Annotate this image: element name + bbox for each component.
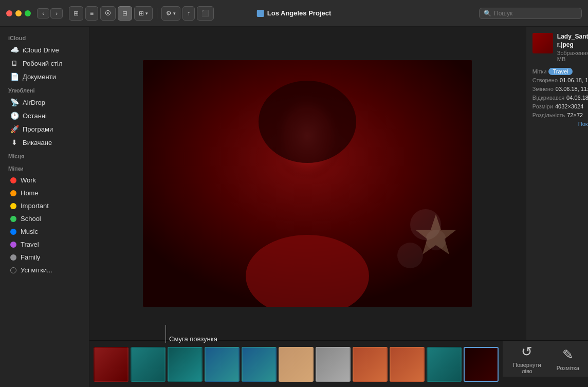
close-button[interactable] <box>6 10 12 16</box>
search-icon: 🔍 <box>484 10 491 17</box>
file-preview-row: Lady_SantaMonicaPier.jpeg Зображення JPE… <box>532 33 588 62</box>
created-row: Створено 01.06.18, 10:09 <box>532 77 588 83</box>
tags-section-label: Мітки <box>0 161 89 174</box>
navigation-arrows: ‹ › <box>37 8 63 19</box>
recents-icon: 🕐 <box>10 112 19 120</box>
all-tags-dot <box>10 267 16 273</box>
meta-section: Мітки Travel Створено 01.06.18, 10:09 Зм… <box>532 68 588 127</box>
sidebar-item-desktop[interactable]: 🖥 Робочий стіл <box>2 57 87 70</box>
created-value: 01.06.18, 10:09 <box>560 77 588 83</box>
scroll-annotation-text: Смуга повзунка <box>169 335 217 343</box>
share-button[interactable]: ↑ <box>182 6 195 21</box>
filmstrip-thumb-5[interactable] <box>242 347 277 382</box>
sidebar-tag-home[interactable]: Home <box>2 187 87 199</box>
school-tag-dot <box>10 216 16 222</box>
sidebar-item-icloud-drive[interactable]: ☁️ iCloud Drive <box>2 43 87 57</box>
filmstrip[interactable] <box>89 341 503 387</box>
sidebar-item-recents[interactable]: 🕐 Останні <box>2 109 87 122</box>
created-label: Створено <box>532 77 558 83</box>
filmstrip-row: ↺ Повернутиліво ✎ Розмітка ••• Більше... <box>89 340 588 387</box>
file-info: Lady_SantaMonicaPier.jpeg Зображення JPE… <box>557 33 588 62</box>
icloud-drive-icon: ☁️ <box>10 46 19 54</box>
image-view <box>89 27 526 340</box>
sidebar-tag-important[interactable]: Important <box>2 199 87 212</box>
work-tag-dot <box>10 177 16 183</box>
music-tag-dot <box>10 229 16 235</box>
filmstrip-thumb-4[interactable] <box>205 347 240 382</box>
view-columns-button[interactable]: ⦿ <box>100 6 116 21</box>
locations-section-label: Місця <box>0 149 89 161</box>
sidebar-item-downloads[interactable]: ⬇ Викачане <box>2 136 87 149</box>
settings-button[interactable]: ⚙▾ <box>161 6 180 21</box>
filmstrip-thumb-11[interactable] <box>464 347 499 382</box>
svg-point-6 <box>397 243 423 268</box>
view-grid-button[interactable]: ⊞▾ <box>134 6 153 21</box>
minimize-button[interactable] <box>15 10 22 16</box>
modified-row: Змінено 03.06.18, 11:56 <box>532 86 588 92</box>
show-more-link[interactable]: Показати більше <box>532 121 588 127</box>
filmstrip-thumb-1[interactable] <box>94 347 128 382</box>
home-tag-dot <box>10 190 16 196</box>
filmstrip-thumb-7[interactable] <box>316 347 351 382</box>
filmstrip-thumb-2[interactable] <box>131 347 166 382</box>
sidebar-item-airdrop[interactable]: 📡 AirDrop <box>2 96 87 109</box>
folder-icon <box>257 10 264 17</box>
fullscreen-button[interactable] <box>25 10 31 16</box>
markup-icon: ✎ <box>562 347 574 363</box>
tags-label: Мітки <box>532 68 547 75</box>
sidebar-tag-travel[interactable]: Travel <box>2 238 87 251</box>
filmstrip-thumb-6[interactable] <box>279 347 314 382</box>
filmstrip-thumb-9[interactable] <box>390 347 425 382</box>
scroll-annotation: Смуга повзунка <box>166 325 217 345</box>
search-box[interactable]: 🔍 <box>479 8 582 19</box>
sidebar-tag-music[interactable]: Music <box>2 225 87 238</box>
opened-label: Відкривався <box>532 95 564 101</box>
portrait-svg <box>143 60 472 307</box>
resolution-row: Роздільність 72×72 <box>532 112 588 118</box>
sidebar-all-tags[interactable]: Усі мітки... <box>2 264 87 277</box>
rotate-icon: ↺ <box>521 344 532 360</box>
middle-row: Lady_SantaMonicaPier.jpeg Зображення JPE… <box>89 27 588 340</box>
file-thumbnail <box>532 33 553 53</box>
sidebar-item-apps[interactable]: 🚀 Програми <box>2 122 87 136</box>
documents-icon: 📄 <box>10 72 19 81</box>
tag-badge[interactable]: Travel <box>548 68 572 75</box>
rotate-tool[interactable]: ↺ Повернутиліво <box>513 344 541 374</box>
view-gallery-button[interactable]: ⊟ <box>118 6 132 21</box>
traffic-lights <box>6 10 31 16</box>
filmstrip-thumb-8[interactable] <box>353 347 388 382</box>
sidebar-tag-work[interactable]: Work <box>2 174 87 187</box>
filmstrip-thumb-3[interactable] <box>168 347 203 382</box>
downloads-icon: ⬇ <box>10 138 19 146</box>
resolution-value: 72×72 <box>567 112 588 118</box>
back-button[interactable]: ‹ <box>37 8 49 19</box>
view-icons-button[interactable]: ⊞ <box>69 6 83 21</box>
annotation-line <box>166 325 166 343</box>
tags-value: Travel <box>548 68 588 75</box>
size-value: 4032×3024 <box>555 103 588 109</box>
family-tag-dot <box>10 254 16 261</box>
forward-button[interactable]: › <box>50 8 63 19</box>
favorites-section-label: Улюблені <box>0 83 89 96</box>
bottom-toolbar: ↺ Повернутиліво ✎ Розмітка ••• Більше... <box>503 341 588 377</box>
opened-row: Відкривався 04.06.18, 09:41 <box>532 95 588 101</box>
sidebar-tag-school[interactable]: School <box>2 212 87 225</box>
main-layout: iCloud ☁️ iCloud Drive 🖥 Робочий стіл 📄 … <box>0 27 588 387</box>
tags-row: Мітки Travel <box>532 68 588 75</box>
view-list-button[interactable]: ≡ <box>85 6 98 21</box>
right-panel: Lady_SantaMonicaPier.jpeg Зображення JPE… <box>526 27 588 340</box>
tag-button[interactable]: ⬛ <box>197 6 214 21</box>
icloud-section-label: iCloud <box>0 31 89 43</box>
main-image[interactable] <box>143 60 472 307</box>
size-row: Розміри 4032×3024 <box>532 103 588 109</box>
opened-value: 04.06.18, 09:41 <box>566 95 588 101</box>
markup-tool[interactable]: ✎ Розмітка <box>557 347 579 371</box>
sidebar-item-documents[interactable]: 📄 Документи <box>2 70 87 83</box>
search-input[interactable] <box>494 10 577 17</box>
sidebar-tag-family[interactable]: Family <box>2 251 87 264</box>
desktop-icon: 🖥 <box>10 59 19 67</box>
modified-label: Змінено <box>532 86 554 92</box>
markup-label: Розмітка <box>557 365 579 371</box>
window-title: Los Angeles Project <box>257 9 332 17</box>
filmstrip-thumb-10[interactable] <box>427 347 462 382</box>
